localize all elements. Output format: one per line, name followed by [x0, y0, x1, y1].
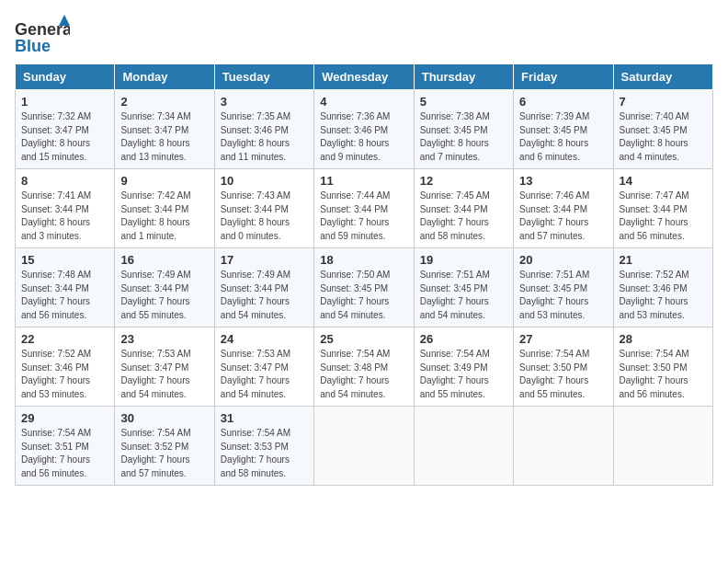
- weekday-header-cell: Saturday: [613, 64, 712, 90]
- calendar-week-row: 29Sunrise: 7:54 AM Sunset: 3:51 PM Dayli…: [16, 407, 713, 486]
- day-info: Sunrise: 7:54 AM Sunset: 3:50 PM Dayligh…: [620, 348, 707, 401]
- day-number: 7: [620, 95, 707, 109]
- day-info: Sunrise: 7:53 AM Sunset: 3:47 PM Dayligh…: [221, 348, 308, 401]
- calendar-week-row: 1Sunrise: 7:32 AM Sunset: 3:47 PM Daylig…: [16, 90, 713, 169]
- day-number: 25: [320, 332, 407, 346]
- calendar-day-cell: [613, 407, 712, 486]
- day-number: 6: [519, 95, 607, 109]
- day-number: 29: [21, 411, 108, 425]
- logo-icon: General Blue: [15, 15, 70, 56]
- calendar-day-cell: 2Sunrise: 7:34 AM Sunset: 3:47 PM Daylig…: [115, 90, 214, 169]
- day-number: 8: [21, 174, 108, 188]
- weekday-header-cell: Friday: [514, 64, 613, 90]
- day-info: Sunrise: 7:51 AM Sunset: 3:45 PM Dayligh…: [420, 269, 507, 322]
- calendar-day-cell: 25Sunrise: 7:54 AM Sunset: 3:48 PM Dayli…: [314, 327, 414, 407]
- weekday-header-cell: Tuesday: [214, 64, 313, 90]
- calendar-day-cell: 9Sunrise: 7:42 AM Sunset: 3:44 PM Daylig…: [115, 169, 214, 248]
- day-info: Sunrise: 7:39 AM Sunset: 3:45 PM Dayligh…: [519, 110, 607, 164]
- day-info: Sunrise: 7:48 AM Sunset: 3:44 PM Dayligh…: [21, 269, 108, 322]
- day-info: Sunrise: 7:36 AM Sunset: 3:46 PM Dayligh…: [320, 110, 407, 164]
- calendar-day-cell: 8Sunrise: 7:41 AM Sunset: 3:44 PM Daylig…: [16, 169, 115, 248]
- calendar-day-cell: 5Sunrise: 7:38 AM Sunset: 3:45 PM Daylig…: [414, 90, 513, 169]
- calendar-day-cell: 11Sunrise: 7:44 AM Sunset: 3:44 PM Dayli…: [314, 169, 414, 248]
- calendar-day-cell: 22Sunrise: 7:52 AM Sunset: 3:46 PM Dayli…: [16, 327, 115, 407]
- day-info: Sunrise: 7:54 AM Sunset: 3:52 PM Dayligh…: [120, 427, 208, 480]
- day-number: 28: [620, 332, 707, 346]
- calendar-body: 1Sunrise: 7:32 AM Sunset: 3:47 PM Daylig…: [16, 90, 713, 486]
- day-info: Sunrise: 7:54 AM Sunset: 3:51 PM Dayligh…: [21, 427, 108, 480]
- calendar-day-cell: 3Sunrise: 7:35 AM Sunset: 3:46 PM Daylig…: [214, 90, 313, 169]
- calendar-day-cell: 14Sunrise: 7:47 AM Sunset: 3:44 PM Dayli…: [613, 169, 712, 248]
- calendar-day-cell: 12Sunrise: 7:45 AM Sunset: 3:44 PM Dayli…: [414, 169, 513, 248]
- day-number: 1: [21, 95, 108, 109]
- day-info: Sunrise: 7:49 AM Sunset: 3:44 PM Dayligh…: [221, 269, 308, 322]
- day-number: 26: [420, 332, 507, 346]
- day-number: 23: [120, 332, 208, 346]
- calendar-table: SundayMondayTuesdayWednesdayThursdayFrid…: [15, 63, 713, 486]
- weekday-header-row: SundayMondayTuesdayWednesdayThursdayFrid…: [16, 64, 713, 90]
- day-number: 21: [620, 253, 707, 267]
- calendar-day-cell: 16Sunrise: 7:49 AM Sunset: 3:44 PM Dayli…: [115, 248, 214, 327]
- day-number: 5: [420, 95, 507, 109]
- day-number: 14: [620, 174, 707, 188]
- day-info: Sunrise: 7:51 AM Sunset: 3:45 PM Dayligh…: [519, 269, 607, 322]
- day-info: Sunrise: 7:52 AM Sunset: 3:46 PM Dayligh…: [21, 348, 108, 401]
- calendar-day-cell: 27Sunrise: 7:54 AM Sunset: 3:50 PM Dayli…: [514, 327, 613, 407]
- day-number: 17: [221, 253, 308, 267]
- weekday-header-cell: Sunday: [16, 64, 115, 90]
- calendar-day-cell: 23Sunrise: 7:53 AM Sunset: 3:47 PM Dayli…: [115, 327, 214, 407]
- day-info: Sunrise: 7:45 AM Sunset: 3:44 PM Dayligh…: [420, 190, 507, 243]
- weekday-header-cell: Thursday: [414, 64, 513, 90]
- calendar-day-cell: 7Sunrise: 7:40 AM Sunset: 3:45 PM Daylig…: [613, 90, 712, 169]
- calendar-day-cell: 10Sunrise: 7:43 AM Sunset: 3:44 PM Dayli…: [214, 169, 313, 248]
- day-number: 18: [320, 253, 407, 267]
- day-number: 3: [221, 95, 308, 109]
- calendar-day-cell: 20Sunrise: 7:51 AM Sunset: 3:45 PM Dayli…: [514, 248, 613, 327]
- calendar-day-cell: 30Sunrise: 7:54 AM Sunset: 3:52 PM Dayli…: [115, 407, 214, 486]
- calendar-day-cell: 31Sunrise: 7:54 AM Sunset: 3:53 PM Dayli…: [214, 407, 313, 486]
- day-info: Sunrise: 7:54 AM Sunset: 3:50 PM Dayligh…: [519, 348, 607, 401]
- day-number: 16: [120, 253, 208, 267]
- calendar-day-cell: 15Sunrise: 7:48 AM Sunset: 3:44 PM Dayli…: [16, 248, 115, 327]
- day-info: Sunrise: 7:35 AM Sunset: 3:46 PM Dayligh…: [221, 110, 308, 164]
- day-info: Sunrise: 7:54 AM Sunset: 3:53 PM Dayligh…: [221, 427, 308, 480]
- calendar-day-cell: [414, 407, 513, 486]
- day-number: 24: [221, 332, 308, 346]
- calendar-day-cell: [514, 407, 613, 486]
- day-info: Sunrise: 7:54 AM Sunset: 3:48 PM Dayligh…: [320, 348, 407, 401]
- logo: General Blue: [15, 15, 70, 56]
- day-number: 27: [519, 332, 607, 346]
- calendar-day-cell: 28Sunrise: 7:54 AM Sunset: 3:50 PM Dayli…: [613, 327, 712, 407]
- calendar-day-cell: 6Sunrise: 7:39 AM Sunset: 3:45 PM Daylig…: [514, 90, 613, 169]
- calendar-day-cell: 24Sunrise: 7:53 AM Sunset: 3:47 PM Dayli…: [214, 327, 313, 407]
- day-number: 19: [420, 253, 507, 267]
- day-info: Sunrise: 7:47 AM Sunset: 3:44 PM Dayligh…: [620, 190, 707, 243]
- day-number: 31: [221, 411, 308, 425]
- day-info: Sunrise: 7:52 AM Sunset: 3:46 PM Dayligh…: [620, 269, 707, 322]
- day-number: 20: [519, 253, 607, 267]
- day-number: 15: [21, 253, 108, 267]
- calendar-day-cell: 13Sunrise: 7:46 AM Sunset: 3:44 PM Dayli…: [514, 169, 613, 248]
- calendar-day-cell: 19Sunrise: 7:51 AM Sunset: 3:45 PM Dayli…: [414, 248, 513, 327]
- calendar-day-cell: 26Sunrise: 7:54 AM Sunset: 3:49 PM Dayli…: [414, 327, 513, 407]
- day-info: Sunrise: 7:34 AM Sunset: 3:47 PM Dayligh…: [120, 110, 208, 164]
- page-header: General Blue: [15, 15, 713, 56]
- calendar-week-row: 22Sunrise: 7:52 AM Sunset: 3:46 PM Dayli…: [16, 327, 713, 407]
- day-info: Sunrise: 7:41 AM Sunset: 3:44 PM Dayligh…: [21, 190, 108, 243]
- calendar-day-cell: 18Sunrise: 7:50 AM Sunset: 3:45 PM Dayli…: [314, 248, 414, 327]
- calendar-day-cell: 1Sunrise: 7:32 AM Sunset: 3:47 PM Daylig…: [16, 90, 115, 169]
- calendar-day-cell: [314, 407, 414, 486]
- day-info: Sunrise: 7:42 AM Sunset: 3:44 PM Dayligh…: [120, 190, 208, 243]
- day-info: Sunrise: 7:38 AM Sunset: 3:45 PM Dayligh…: [420, 110, 507, 164]
- day-number: 10: [221, 174, 308, 188]
- day-number: 11: [320, 174, 407, 188]
- calendar-day-cell: 29Sunrise: 7:54 AM Sunset: 3:51 PM Dayli…: [16, 407, 115, 486]
- day-info: Sunrise: 7:46 AM Sunset: 3:44 PM Dayligh…: [519, 190, 607, 243]
- calendar-day-cell: 4Sunrise: 7:36 AM Sunset: 3:46 PM Daylig…: [314, 90, 414, 169]
- day-number: 13: [519, 174, 607, 188]
- day-info: Sunrise: 7:49 AM Sunset: 3:44 PM Dayligh…: [120, 269, 208, 322]
- day-number: 22: [21, 332, 108, 346]
- weekday-header-cell: Monday: [115, 64, 214, 90]
- day-number: 12: [420, 174, 507, 188]
- day-info: Sunrise: 7:43 AM Sunset: 3:44 PM Dayligh…: [221, 190, 308, 243]
